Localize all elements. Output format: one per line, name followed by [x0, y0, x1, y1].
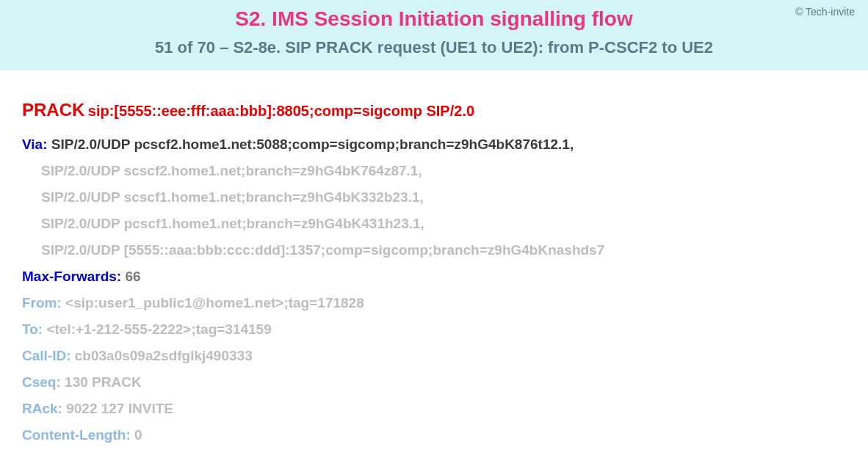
sip-header-name: Call-ID [22, 348, 66, 363]
sip-via-continuation: SIP/2.0/UDP scscf1.home1.net;branch=z9hG… [22, 189, 846, 206]
sip-header-value: 0 [134, 427, 142, 443]
sip-message: PRACK sip:[5555::eee:fff:aaa:bbb]:8805;c… [0, 70, 868, 468]
sip-header-name: Cseq [22, 374, 56, 390]
sip-max-forwards-header: Max-Forwards: 66 [22, 269, 846, 285]
sip-request-uri: sip:[5555::eee:fff:aaa:bbb]:8805;comp=si… [88, 103, 474, 119]
sip-header-name: From [22, 295, 57, 310]
sip-header-value: <sip:user1_public1@home1.net>;tag=171828 [65, 295, 364, 310]
sip-header-value: cb03a0s09a2sdfglkj490333 [75, 348, 253, 363]
copyright-label: © Tech-invite [795, 6, 855, 18]
sip-header-name: Content-Length [22, 427, 126, 443]
sip-header-value: <tel:+1-212-555-2222>;tag=314159 [46, 321, 271, 337]
sip-header-value: SIP/2.0/UDP pcscf2.home1.net:5088;comp=s… [51, 137, 574, 152]
sip-header-value: 9022 127 INVITE [66, 401, 173, 416]
sip-request-line: PRACK sip:[5555::eee:fff:aaa:bbb]:8805;c… [22, 100, 846, 120]
sip-header-name: RAck [22, 401, 58, 416]
sip-header-name: Via [22, 137, 43, 152]
sip-content-length-header: Content-Length: 0 [22, 427, 846, 443]
sip-call-id-header: Call-ID: cb03a0s09a2sdfglkj490333 [22, 348, 846, 364]
document-header: © Tech-invite S2. IMS Session Initiation… [0, 0, 868, 70]
sip-method: PRACK [22, 100, 84, 120]
sip-rack-header: RAck: 9022 127 INVITE [22, 401, 846, 417]
sip-via-continuation: SIP/2.0/UDP scscf2.home1.net;branch=z9hG… [22, 163, 846, 179]
sip-via-continuation: SIP/2.0/UDP pcscf1.home1.net;branch=z9hG… [22, 216, 846, 232]
sip-header-name: Max-Forwards [22, 269, 117, 284]
sip-to-header: To: <tel:+1-212-555-2222>;tag=314159 [22, 321, 846, 338]
sip-header-value: 130 PRACK [65, 374, 142, 390]
sip-via-header: Via: SIP/2.0/UDP pcscf2.home1.net:5088;c… [22, 137, 846, 153]
sip-header-value: 66 [125, 269, 140, 284]
sip-from-header: From: <sip:user1_public1@home1.net>;tag=… [22, 295, 846, 311]
sip-via-continuation: SIP/2.0/UDP [5555::aaa:bbb:ccc:ddd]:1357… [22, 242, 846, 258]
sip-header-name: To [22, 321, 38, 337]
sip-cseq-header: Cseq: 130 PRACK [22, 374, 846, 390]
page-title: S2. IMS Session Initiation signalling fl… [15, 7, 853, 31]
page-subtitle: 51 of 70 – S2-8e. SIP PRACK request (UE1… [15, 38, 853, 57]
